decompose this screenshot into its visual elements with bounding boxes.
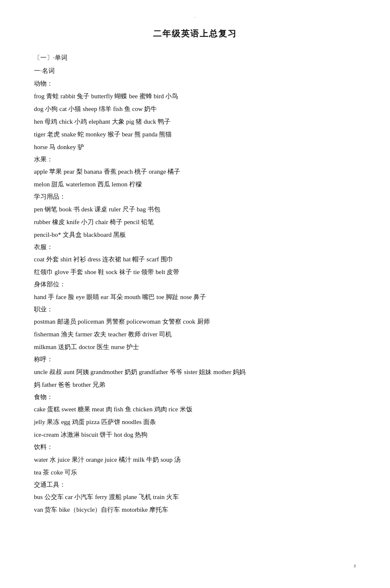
category-title-6: 称呼： bbox=[34, 353, 356, 366]
part-noun-label: 一·名词 bbox=[34, 65, 356, 77]
category-title-5: 职业： bbox=[34, 303, 356, 316]
page-title: 二年级英语上总复习 bbox=[34, 25, 356, 42]
word-line-0-4: horse 马 donkey 驴 bbox=[34, 141, 356, 153]
page-footer-z: z bbox=[354, 560, 356, 571]
word-line-9-0: bus 公交车 car 小汽车 ferry 渡船 plane 飞机 train … bbox=[34, 491, 356, 503]
category-title-3: 衣服： bbox=[34, 241, 356, 253]
word-line-2-2: pencil-bo* 文具盒 blackboard 黑板 bbox=[34, 228, 356, 241]
word-line-3-0: coat 外套 shirt 衬衫 dress 连衣裙 hat 帽子 scarf … bbox=[34, 253, 356, 266]
word-line-8-0: water 水 juice 果汁 orange juice 橘汁 milk 牛奶… bbox=[34, 453, 356, 466]
word-line-4-0: hand 手 face 脸 eye 眼睛 ear 耳朵 mouth 嘴巴 toe… bbox=[34, 291, 356, 303]
category-title-9: 交通工具： bbox=[34, 479, 356, 491]
word-line-7-1: jelly 果冻 egg 鸡蛋 pizza 匹萨饼 noodles 面条 bbox=[34, 416, 356, 428]
word-line-7-0: cake 蛋糕 sweet 糖果 meat 肉 fish 鱼 chicken 鸡… bbox=[34, 403, 356, 416]
section-one-label: 〔一〕·单词 bbox=[34, 52, 356, 64]
word-line-6-0: uncle 叔叔 aunt 阿姨 grandmother 奶奶 grandfat… bbox=[34, 366, 356, 378]
word-line-0-0: frog 青蛙 rabbit 兔子 butterfly 蝴蝶 bee 蜜蜂 bi… bbox=[34, 90, 356, 103]
word-line-5-1: fisherman 渔夫 farmer 农夫 teacher 教师 driver… bbox=[34, 328, 356, 341]
word-line-5-0: postman 邮递员 policeman 男警察 policewoman 女警… bbox=[34, 315, 356, 328]
word-line-2-0: pen 钢笔 book 书 desk 课桌 ruler 尺子 bag 书包 bbox=[34, 203, 356, 216]
category-title-2: 学习用品： bbox=[34, 191, 356, 203]
word-line-7-2: ice-cream 冰激淋 biscuit 饼干 hot dog 热狗 bbox=[34, 428, 356, 441]
category-title-7: 食物： bbox=[34, 391, 356, 403]
word-line-1-0: apple 苹果 pear 梨 banana 香蕉 peach 桃子 orang… bbox=[34, 165, 356, 178]
category-title-0: 动物： bbox=[34, 78, 356, 90]
word-line-0-2: hen 母鸡 chick 小鸡 elephant 大象 pig 猪 duck 鸭… bbox=[34, 115, 356, 128]
word-line-6-1: 妈 father 爸爸 brother 兄弟 bbox=[34, 378, 356, 391]
word-line-3-1: 红领巾 glove 手套 shoe 鞋 sock 袜子 tie 领带 belt … bbox=[34, 266, 356, 278]
word-line-0-1: dog 小狗 cat 小猫 sheep 绵羊 fish 鱼 cow 奶牛 bbox=[34, 103, 356, 115]
category-title-8: 饮料： bbox=[34, 441, 356, 453]
word-line-1-1: melon 甜瓜 waterlemon 西瓜 lemon 柠檬 bbox=[34, 178, 356, 191]
page-top-mark: · bbox=[195, 13, 196, 22]
word-line-0-3: tiger 老虎 snake 蛇 monkey 猴子 bear 熊 panda … bbox=[34, 128, 356, 141]
category-title-4: 身体部位： bbox=[34, 278, 356, 291]
word-line-2-1: rubber 橡皮 knife 小刀 chair 椅子 pencil 铅笔 bbox=[34, 216, 356, 228]
word-line-8-1: tea 茶 coke 可乐 bbox=[34, 466, 356, 479]
word-line-5-2: milkman 送奶工 doctor 医生 nurse 护士 bbox=[34, 341, 356, 353]
word-line-9-1: van 货车 bike（bicycle）自行车 motorbike 摩托车 bbox=[34, 503, 356, 516]
category-title-1: 水果： bbox=[34, 153, 356, 166]
